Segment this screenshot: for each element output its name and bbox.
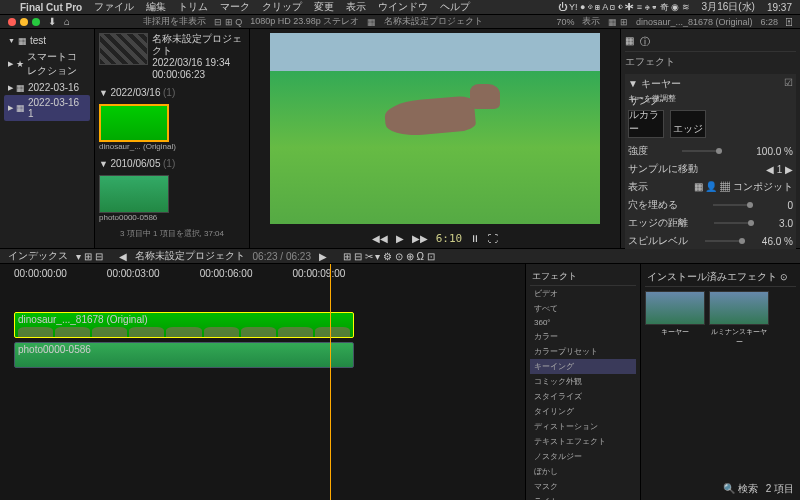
viewer-panel: ◀◀ ▶ ▶▶ 6:10 ⏸ ⛶ <box>250 29 620 248</box>
view-menu[interactable]: 表示 <box>582 15 600 28</box>
traffic-lights[interactable] <box>8 18 40 26</box>
timeline-toolbar: インデックス ▾ ⊞ ⊟ ◀ 名称未設定プロジェクト 06:23 / 06:23… <box>0 249 800 264</box>
prev-icon[interactable]: ◀◀ <box>372 233 388 244</box>
effects-browser: インストール済みエフェクト ⊙ キーヤー ルミナンスキーヤー 🔍 検索 2 項目 <box>640 264 800 500</box>
effect-luma-keyer[interactable]: ルミナンスキーヤー <box>709 291 769 347</box>
param-spill[interactable]: スピルレベル46.0 % <box>628 232 793 250</box>
project-clip[interactable]: 名称未設定プロジェクト2022/03/16 19:3400:00:06:23 <box>99 33 245 81</box>
menu-window[interactable]: ウインドウ <box>378 0 428 14</box>
video-tab-icon[interactable]: ▦ <box>625 35 634 49</box>
fx-cat[interactable]: すべて <box>530 301 636 316</box>
fx-cat[interactable]: マスク <box>530 479 636 494</box>
search-icon[interactable]: 🔍 検索 <box>723 482 758 496</box>
menu-view[interactable]: 表示 <box>346 0 366 14</box>
smart-collection[interactable]: ▶★ スマートコレクション <box>4 48 90 80</box>
param-fill[interactable]: 穴を埋める0 <box>628 196 793 214</box>
project-title: 名称未設定プロジェクト <box>384 15 483 28</box>
menu-edit[interactable]: 編集 <box>146 0 166 14</box>
inspector-clip: dinosaur_..._81678 (Original) <box>636 17 753 27</box>
menu-trim[interactable]: トリム <box>178 0 208 14</box>
index-button[interactable]: インデックス <box>8 249 68 263</box>
play-icon[interactable]: ▶ <box>396 233 404 244</box>
timeline-panel[interactable]: 00:00:00:0000:00:03:0000:00:06:0000:00:0… <box>0 264 525 500</box>
param-view[interactable]: 表示▦ 👤 ▦ コンポジット <box>628 178 793 196</box>
fullscreen-icon[interactable]: ⛶ <box>488 233 498 244</box>
fx-cat[interactable]: ディストーション <box>530 419 636 434</box>
fx-cat[interactable]: テキストエフェクト <box>530 434 636 449</box>
viewer-canvas[interactable] <box>270 33 600 224</box>
keyword-icon[interactable]: ⌂ <box>64 16 70 27</box>
project-thumb <box>99 33 148 65</box>
menubar-status-icons: ⏻ Y! ● ◎ ⊞ A ⊡ ◐ ✱ ≡ ⊕ ⌨ 奇 ◉ ≋ <box>558 1 690 14</box>
menu-file[interactable]: ファイル <box>94 0 134 14</box>
fx-cat[interactable]: スタイライズ <box>530 389 636 404</box>
item-count: 2 項目 <box>766 482 794 496</box>
date-header: ▼ 2010/06/05 (1) <box>99 156 245 171</box>
effect-keyer[interactable]: キーヤー <box>645 291 705 347</box>
event-row[interactable]: ▶▦ 2022-03-16 <box>4 80 90 95</box>
playhead[interactable] <box>330 264 331 500</box>
clip-item[interactable]: photo0000-0586 <box>99 175 245 223</box>
clip-thumb <box>99 175 169 213</box>
next-edit-icon[interactable]: ▶ <box>319 251 327 262</box>
event-row-selected[interactable]: ▶▦ 2022-03-16 1 <box>4 95 90 121</box>
fx-cat[interactable]: ライト <box>530 494 636 500</box>
timecode: 6:10 <box>436 232 463 245</box>
fx-cat[interactable]: ビデオ <box>530 286 636 301</box>
timeline-clip-dinosaur[interactable]: dinosaur_..._81678 (Original) <box>14 312 354 338</box>
pause-icon[interactable]: ⏸ <box>470 233 480 244</box>
fx-cat[interactable]: カラープリセット <box>530 344 636 359</box>
inspector-panel: ▦ⓘ エフェクト ▼ キーヤー☑ キーを微調整 サンプルカラー エッジ 強度10… <box>620 29 800 248</box>
timeline-ruler[interactable]: 00:00:00:0000:00:03:0000:00:06:0000:00:0… <box>4 268 521 280</box>
library-sidebar: ▼▦ test ▶★ スマートコレクション ▶▦ 2022-03-16 ▶▦ 2… <box>0 29 95 248</box>
window-toolbar: ⬇ ⌂ 非採用を非表示 ⊟ ⊞ Q 1080p HD 23.98p ステレオ ▦… <box>0 15 800 29</box>
share-icon[interactable]: ⍐ <box>786 16 792 27</box>
edge-well[interactable]: エッジ <box>670 110 706 138</box>
effects-categories: エフェクト ビデオ すべて 360° カラー カラープリセット キーイング コミ… <box>525 264 640 500</box>
fx-cat-selected[interactable]: キーイング <box>530 359 636 374</box>
timeline-clip-photo[interactable]: photo0000-0586 <box>14 342 354 368</box>
macos-menubar: Final Cut Pro ファイル 編集 トリム マーク クリップ 変更 表示… <box>0 0 800 15</box>
menubar-date: 3月16日(水) <box>702 0 755 14</box>
param-jump[interactable]: サンプルに移動◀ 1 ▶ <box>628 160 793 178</box>
clip-thumb-selected <box>99 104 169 142</box>
date-header: ▼ 2022/03/16 (1) <box>99 85 245 100</box>
dinosaur-graphic <box>365 79 505 179</box>
menu-modify[interactable]: 変更 <box>314 0 334 14</box>
zoom-level[interactable]: 70% <box>556 17 574 27</box>
transport-controls: ◀◀ ▶ ▶▶ 6:10 ⏸ ⛶ <box>250 228 620 248</box>
clip-browser: 名称未設定プロジェクト2022/03/16 19:3400:00:06:23 ▼… <box>95 29 250 248</box>
timeline-title: 名称未設定プロジェクト <box>135 249 245 263</box>
fx-cat[interactable]: カラー <box>530 329 636 344</box>
timeline-tc: 06:23 / 06:23 <box>253 251 311 262</box>
hide-rejected[interactable]: 非採用を非表示 <box>143 15 206 28</box>
fx-cat[interactable]: タイリング <box>530 404 636 419</box>
inspector-dur: 6:28 <box>760 17 778 27</box>
fx-cat[interactable]: ノスタルジー <box>530 449 636 464</box>
menu-help[interactable]: ヘルプ <box>440 0 470 14</box>
browser-status: 3 項目中 1 項目を選択, 37:04 <box>99 226 245 239</box>
connected-track[interactable]: dinosaur_..._81678 (Original) <box>14 312 511 340</box>
clip-item[interactable]: dinosaur_... (Original) <box>99 104 245 152</box>
library-row[interactable]: ▼▦ test <box>4 33 90 48</box>
inspector-tab: エフェクト <box>625 52 796 72</box>
fx-cat[interactable]: ぼかし <box>530 464 636 479</box>
menu-clip[interactable]: クリップ <box>262 0 302 14</box>
param-edge[interactable]: エッジの距離3.0 <box>628 214 793 232</box>
prev-edit-icon[interactable]: ◀ <box>119 251 127 262</box>
next-icon[interactable]: ▶▶ <box>412 233 428 244</box>
app-name[interactable]: Final Cut Pro <box>20 2 82 13</box>
menu-mark[interactable]: マーク <box>220 0 250 14</box>
menubar-time: 19:37 <box>767 2 792 13</box>
fx-cat[interactable]: 360° <box>530 316 636 329</box>
fx-cat[interactable]: コミック外観 <box>530 374 636 389</box>
primary-track[interactable]: photo0000-0586 <box>14 342 511 370</box>
import-icon[interactable]: ⬇ <box>48 16 56 27</box>
installed-header[interactable]: インストール済みエフェクト ⊙ <box>645 268 796 287</box>
param-strength[interactable]: 強度100.0 % <box>628 142 793 160</box>
effects-header: エフェクト <box>530 268 636 286</box>
info-tab-icon[interactable]: ⓘ <box>640 35 650 49</box>
sample-color-well[interactable]: サンプルカラー <box>628 110 664 138</box>
format-label: 1080p HD 23.98p ステレオ <box>250 15 359 28</box>
